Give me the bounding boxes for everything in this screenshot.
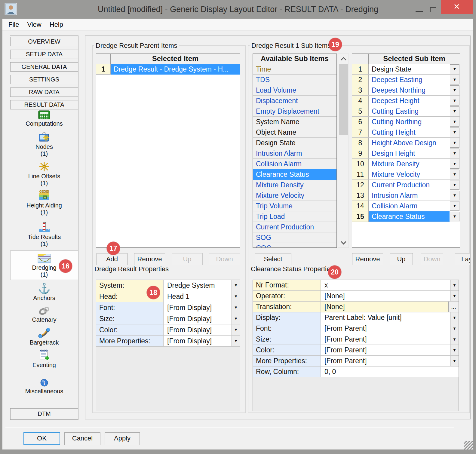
selected-sub-item-row[interactable]: 13Intrusion Alarm▼	[352, 190, 460, 201]
nav-general-data[interactable]: GENERAL DATA	[10, 62, 78, 72]
dropdown-arrow-icon[interactable]: ▼	[232, 291, 240, 302]
up-sub-button[interactable]: Up	[390, 253, 413, 265]
selected-sub-item-row[interactable]: 11Mixture Velocity▼	[352, 169, 460, 180]
selected-sub-item-row[interactable]: 12Current Production▼	[352, 180, 460, 190]
nav-dtm[interactable]: DTM	[10, 408, 78, 420]
nav-raw-data[interactable]: RAW DATA	[10, 87, 78, 97]
sidebar-item-miscellaneous[interactable]: i Miscellaneous	[10, 376, 78, 395]
size-parent-select[interactable]: [From Parent]	[321, 334, 450, 345]
available-item[interactable]: SOG	[253, 232, 336, 243]
dropdown-arrow-icon[interactable]: ▼	[450, 170, 459, 179]
available-sub-items-list[interactable]: Available Sub Items Time TDS Load Volume…	[253, 54, 337, 248]
sidebar-item-line-offsets[interactable]: Line Offsets (1)	[10, 161, 78, 187]
apply-button[interactable]: Apply	[105, 432, 140, 445]
translation-field[interactable]: [None]	[321, 302, 448, 312]
sidebar-item-tide-results[interactable]: Tide Results (1)	[10, 221, 78, 247]
selected-sub-item-row[interactable]: 6Cutting Northing▼	[352, 117, 460, 127]
parent-item-value[interactable]: Dredge Result - Dredge System - H...	[111, 64, 240, 75]
dropdown-arrow-icon[interactable]: ▼	[450, 138, 459, 148]
dropdown-arrow-icon[interactable]: ▼	[450, 356, 459, 366]
available-item[interactable]: Time	[253, 64, 336, 75]
dropdown-arrow-icon[interactable]: ▼	[450, 75, 459, 84]
dropdown-arrow-icon[interactable]: ▼	[450, 85, 459, 95]
available-item[interactable]: Trip Volume	[253, 201, 336, 211]
available-item[interactable]: Empty Displacement	[253, 106, 336, 117]
font-parent-select[interactable]: [From Parent]	[321, 323, 450, 334]
selected-sub-item-row[interactable]: 2Deepest Easting▼	[352, 75, 460, 85]
scroll-up-icon[interactable]	[338, 54, 349, 63]
available-item[interactable]: Trip Load	[253, 211, 336, 222]
menu-file[interactable]: File	[8, 21, 19, 29]
available-item[interactable]: Design State	[253, 138, 336, 148]
available-item[interactable]: Load Volume	[253, 85, 336, 96]
dropdown-arrow-icon[interactable]: ▼	[232, 324, 240, 335]
dropdown-arrow-icon[interactable]: ▼	[450, 212, 459, 221]
dropdown-arrow-icon[interactable]: ▼	[450, 106, 459, 116]
close-button[interactable]: ✕	[441, 0, 473, 14]
selected-sub-items-list[interactable]: Selected Sub Item 1Design State▼ 2Deepes…	[352, 54, 460, 248]
dropdown-arrow-icon[interactable]: ▼	[232, 302, 240, 313]
dropdown-arrow-icon[interactable]: ▼	[450, 117, 459, 127]
add-button[interactable]: Add	[97, 253, 127, 265]
selected-sub-item-row-selected[interactable]: 15Clearance Status▼	[352, 211, 460, 222]
selected-sub-item-row[interactable]: 3Deepest Northing▼	[352, 85, 460, 96]
dropdown-arrow-icon[interactable]: ▼	[232, 313, 240, 324]
dropdown-arrow-icon[interactable]: ▼	[450, 64, 459, 74]
dropdown-arrow-icon[interactable]: ▼	[232, 336, 240, 346]
resize-grip[interactable]	[464, 441, 473, 449]
available-list-scrollbar[interactable]	[338, 54, 349, 248]
color-select[interactable]: [From Display]	[164, 324, 232, 335]
selected-sub-item-row[interactable]: 10Mixture Density▼	[352, 159, 460, 169]
menu-help[interactable]: Help	[50, 21, 63, 29]
available-item[interactable]: Collision Alarm	[253, 159, 336, 169]
dropdown-arrow-icon[interactable]: ▼	[450, 201, 459, 211]
available-item[interactable]: COG	[253, 243, 336, 248]
select-button[interactable]: Select	[255, 253, 291, 265]
dropdown-arrow-icon[interactable]: ▼	[450, 280, 459, 290]
available-item[interactable]: Displacement	[253, 96, 336, 106]
row-column-value[interactable]: 0, 0	[321, 367, 459, 377]
remove-sub-button[interactable]: Remove	[352, 253, 383, 265]
available-item[interactable]: Intrusion Alarm	[253, 148, 336, 159]
nav-setup-data[interactable]: SETUP DATA	[10, 50, 78, 59]
selected-sub-item-row[interactable]: 4Deepest Height▼	[352, 96, 460, 106]
scrollbar-thumb[interactable]	[339, 64, 348, 135]
more-properties-parent-select[interactable]: [From Parent]	[321, 356, 450, 366]
minimize-icon[interactable]	[416, 11, 423, 12]
dropdown-arrow-icon[interactable]: ▼	[450, 334, 459, 345]
menu-view[interactable]: View	[27, 21, 41, 29]
selected-sub-item-row[interactable]: 14Collision Alarm▼	[352, 201, 460, 211]
dropdown-arrow-icon[interactable]: ▼	[450, 180, 459, 190]
parent-items-list[interactable]: Selected Item 1 Dredge Result - Dredge S…	[96, 54, 240, 248]
size-select[interactable]: [From Display]	[164, 313, 232, 324]
nav-overview[interactable]: OVERVIEW	[10, 37, 78, 46]
available-item[interactable]: System Name	[253, 117, 336, 127]
available-item-selected[interactable]: Clearance Status	[253, 169, 336, 180]
scroll-down-icon[interactable]	[338, 238, 349, 247]
font-select[interactable]: [From Display]	[164, 302, 232, 313]
sidebar-item-computations[interactable]: Computations	[10, 108, 78, 127]
nr-format-select[interactable]: x	[321, 280, 450, 290]
nav-settings[interactable]: SETTINGS	[10, 75, 78, 84]
selected-sub-item-row[interactable]: 8Height Above Design▼	[352, 138, 460, 148]
display-select[interactable]: Parent Label: Value [unit]	[321, 312, 450, 323]
remove-button[interactable]: Remove	[134, 253, 165, 265]
dropdown-arrow-icon[interactable]: ▼	[450, 312, 459, 323]
maximize-icon[interactable]	[430, 7, 436, 12]
dropdown-arrow-icon[interactable]: ▼	[450, 345, 459, 355]
sidebar-item-bargetrack[interactable]: Bargetrack	[10, 327, 78, 346]
dropdown-arrow-icon[interactable]: ▼	[450, 291, 459, 301]
sidebar-item-height-aiding[interactable]: GEOIDN Height Aiding (1)	[10, 190, 78, 216]
ellipsis-button[interactable]: ...	[448, 302, 459, 312]
parent-item-row[interactable]: 1 Dredge Result - Dredge System - H...	[96, 64, 240, 75]
available-item[interactable]: Mixture Density	[253, 180, 336, 190]
selected-sub-item-row[interactable]: 7Cutting Height▼	[352, 127, 460, 138]
selected-sub-item-row[interactable]: 1Design State▼	[352, 64, 460, 75]
dropdown-arrow-icon[interactable]: ▼	[450, 96, 459, 106]
selected-sub-item-row[interactable]: 5Cutting Easting▼	[352, 106, 460, 117]
sidebar-item-nodes[interactable]: Nodes (1)	[10, 131, 78, 157]
head-select[interactable]: Head 1	[164, 291, 232, 302]
more-properties-select[interactable]: [From Display]	[164, 336, 232, 346]
sidebar-item-catenary[interactable]: Catenary	[10, 304, 78, 323]
sidebar-item-anchors[interactable]: ⚓ Anchors	[10, 282, 78, 302]
